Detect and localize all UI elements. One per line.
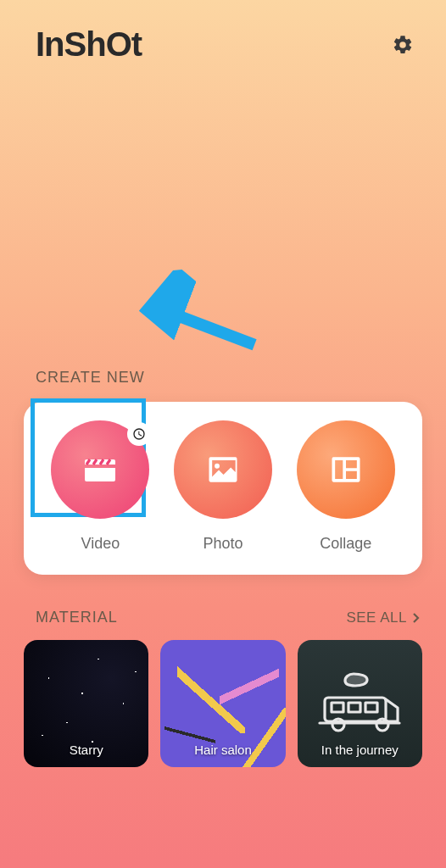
collage-icon	[327, 451, 365, 488]
material-row: Starry Hair salon In the journ	[0, 640, 446, 767]
svg-rect-4	[348, 703, 360, 712]
gear-icon[interactable]	[392, 34, 414, 56]
video-circle	[51, 420, 149, 519]
photo-label: Photo	[203, 535, 243, 553]
svg-line-1	[160, 284, 254, 370]
see-all-label: SEE ALL	[346, 609, 407, 626]
material-section: MATERIAL SEE ALL Starry Hair salon	[0, 609, 446, 767]
material-tile-journey[interactable]: In the journey	[298, 640, 422, 767]
image-icon	[204, 451, 242, 488]
history-badge[interactable]	[127, 422, 151, 446]
material-section-title: MATERIAL	[36, 609, 118, 626]
material-tile-hair-salon[interactable]: Hair salon	[160, 640, 285, 767]
collage-label: Collage	[320, 535, 371, 553]
photo-button[interactable]: Photo	[162, 420, 285, 553]
create-new-section: CREATE NEW Video	[0, 369, 446, 575]
chevron-right-icon	[412, 612, 421, 624]
collage-button[interactable]: Collage	[284, 420, 407, 553]
app-header: InShOt	[0, 0, 446, 64]
photo-circle	[174, 420, 272, 519]
see-all-button[interactable]: SEE ALL	[346, 609, 421, 626]
material-tile-starry[interactable]: Starry	[24, 640, 148, 767]
svg-rect-5	[365, 703, 377, 712]
collage-circle	[297, 420, 395, 519]
app-logo: InShOt	[36, 25, 142, 64]
create-card: Video Photo Collage	[24, 402, 422, 575]
material-tile-label: Hair salon	[194, 743, 252, 767]
material-tile-label: In the journey	[321, 743, 399, 767]
clock-icon	[132, 427, 146, 441]
material-tile-label: Starry	[70, 743, 103, 767]
video-label: Video	[81, 535, 120, 553]
video-button[interactable]: Video	[39, 420, 162, 553]
rv-icon	[313, 665, 406, 742]
clapperboard-icon	[80, 449, 120, 490]
svg-rect-3	[332, 703, 343, 712]
